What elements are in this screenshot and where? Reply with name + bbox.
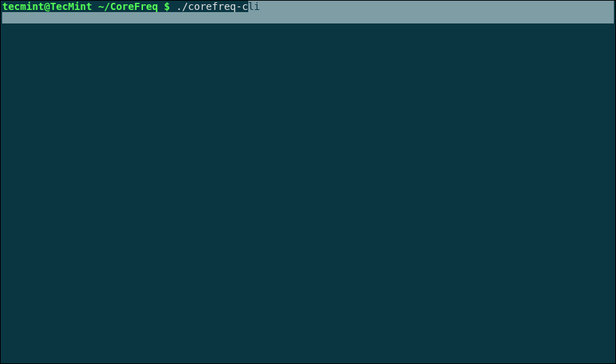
prompt-sep — [92, 1, 97, 12]
highlight-bar-top — [260, 1, 614, 12]
prompt-user-host: tecmint@TecMint — [2, 1, 92, 12]
terminal-prompt-line[interactable]: tecmint@TecMint ~/CoreFreq $ ./corefreq-… — [1, 1, 615, 12]
command-autocomplete-suffix: li — [248, 1, 260, 12]
highlight-bar-second-line — [2, 12, 614, 23]
prompt-path: ~/CoreFreq — [98, 1, 158, 12]
command-typed: ./corefreq-c — [176, 1, 248, 12]
prompt-dollar: $ — [158, 1, 176, 12]
